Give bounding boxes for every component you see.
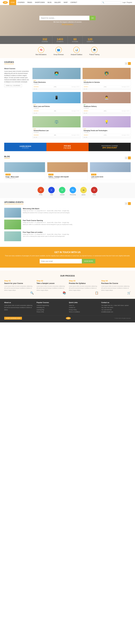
course-meta-healthcare: $20 Healthcare Delivery 6 Lessons	[83, 103, 131, 110]
events-next-button[interactable]: ›	[128, 202, 131, 205]
event-title-1[interactable]: Fast Track Course Opening	[23, 220, 131, 221]
nav-link-pages[interactable]: PAGES	[26, 0, 34, 5]
course-lessons-count: 10 / 30	[34, 88, 37, 90]
step-icon-1: 🔍	[30, 291, 34, 294]
course-bottom-healthcare: ★★★★☆ (201) Average 4.8/5.0	[83, 110, 131, 112]
step-text-4: Lorem ipsum dolor sit amet consectetur a…	[101, 285, 131, 291]
step-title-4: Purchase the Course	[101, 282, 131, 284]
footer-start-button[interactable]: START LEARNING NOW	[4, 317, 22, 320]
about-courses-title: About Courses	[4, 68, 30, 70]
cta-title: GET IN TOUCH WITH US	[4, 251, 131, 254]
footer-quick-link-3[interactable]: Terms & Conditions	[69, 311, 98, 313]
course-bottom-calculus: ★★★★☆ (142) Average 4.5/5.0	[83, 86, 131, 88]
banner-prime-fever[interactable]: PRIME FEVER	[46, 143, 89, 151]
step-num-4: Step 04	[101, 280, 131, 282]
step-title-3: Preview the Syllabus	[69, 282, 98, 284]
event-title-2[interactable]: Free Yoga Class at London	[23, 232, 131, 233]
course-lessons-basic-laws: 10 / 45	[33, 112, 81, 114]
tech-label-ruby: Ruby	[91, 194, 97, 196]
course-title-healthcare[interactable]: Healthcare Delivery	[84, 106, 129, 107]
cta-section: GET IN TOUCH WITH US There are many vari…	[0, 247, 135, 268]
tech-circle-jquery: Js	[80, 187, 87, 193]
hero-view-all-link[interactable]: View All Courses »	[62, 24, 73, 25]
cta-email-input[interactable]	[40, 259, 82, 264]
blog-next-button[interactable]: ›	[128, 156, 131, 159]
tech-label-jquery: jQuery	[80, 194, 87, 196]
nav-links: HOME COURSES PAGES SHORTCODES BLOG GALLE…	[9, 0, 78, 5]
banner-photography[interactable]: PHOTOGRAPHY COURSES 20% DISCOUNT	[89, 143, 131, 151]
footer-quick-link-2[interactable]: Privacy Policy	[69, 309, 98, 311]
course-title-emerging-trends[interactable]: Emerging Trends and Technologies	[84, 130, 129, 131]
tech-icons-list: H HTML C CSS A Android Ps Photoshop Js j…	[4, 187, 131, 196]
nav-search-input[interactable]	[101, 1, 121, 4]
events-section-title: UPCOMING EVENTS	[4, 201, 24, 204]
nav-link-home[interactable]: HOME	[9, 0, 16, 5]
step-text-1: Lorem ipsum dolor sit amet consectetur a…	[4, 285, 34, 291]
events-list: Welcoming 23th Batch Friday Apr 04 2014 …	[4, 208, 131, 241]
course-lessons-business-law: 10 / 45	[33, 136, 81, 138]
course-subtitle-business-law: 4 Lessons	[34, 132, 79, 133]
blog-title-0[interactable]: Image - Minus quad	[6, 176, 44, 178]
nav-link-shop[interactable]: SHOP	[62, 0, 69, 5]
courses-next-button[interactable]: ›	[128, 62, 131, 65]
footer-quick-link-0[interactable]: About Us	[69, 304, 98, 306]
course-title-business-law[interactable]: General Business Law	[34, 130, 79, 131]
footer-col-links: Quick Links About Us Contact Us Privacy …	[69, 302, 98, 313]
tech-circle-android: A	[59, 187, 65, 193]
courses-grid: 👩‍💻 Free Power Electronics 4 Lessons ★★★…	[32, 68, 131, 138]
footer-copyright: © 2014 LMS. All rights reserved.	[115, 318, 131, 319]
course-bottom-power-electronics: ★★★★★ (156) Average 4.8/5.0	[33, 86, 81, 88]
course-title-power-electronics[interactable]: Power Electronics	[34, 82, 79, 83]
course-average-healthcare: Average 4.8/5.0	[122, 110, 129, 112]
nav-link-courses[interactable]: COURSES	[16, 0, 26, 5]
nav-login[interactable]: Login / Register	[122, 2, 132, 3]
event-image-1	[4, 220, 21, 230]
cta-submit-button[interactable]: KNOW MORE	[82, 259, 95, 264]
cta-text: There are many variations of passages of…	[4, 255, 131, 257]
banner-learn-design-sub: w/ Business	[22, 147, 29, 148]
footer-about-title: About us	[4, 302, 34, 303]
courses-prev-button[interactable]: ‹	[125, 62, 127, 65]
course-card-basic-laws: 📱 Free Basic Laws and Policies 3 Lessons…	[32, 92, 81, 114]
banner-learn-design[interactable]: LEARN DESIGN w/ Business	[4, 143, 46, 151]
banner-section: LEARN DESIGN w/ Business PRIME FEVER PHO…	[0, 143, 135, 151]
feature-icon-syllabus: 📊	[73, 47, 80, 53]
course-title-basic-laws[interactable]: Basic Laws and Policies	[34, 106, 79, 107]
feature-training: 💻 Pratical Training	[89, 47, 99, 55]
stat-subjects-label: Subjects	[87, 41, 93, 42]
view-all-courses-button[interactable]: VIEW ALL COURSES	[4, 84, 22, 87]
blog-meta-0: 28 JAN Image - Minus quad a Art ● Blog 2…	[4, 172, 45, 180]
course-image-business-law: ⚖️	[33, 116, 81, 128]
tech-icon-ruby: R Ruby	[91, 187, 97, 196]
course-badge-power-electronics: Free	[34, 80, 79, 81]
footer-course-link-3[interactable]: Picture of life	[37, 311, 66, 313]
hero-search-input[interactable]	[39, 16, 89, 20]
footer-col-contact: Contact us The Digital Town No. 1 West 3…	[101, 302, 131, 313]
courses-header: COURSES ‹ ›	[4, 61, 131, 66]
course-meta-power-electronics: Free Power Electronics 4 Lessons	[33, 79, 81, 86]
nav-link-shortcodes[interactable]: SHORTCODES	[34, 0, 46, 5]
course-rating-healthcare: (201)	[104, 110, 106, 112]
nav-logo[interactable]: LMS	[3, 1, 8, 4]
footer-course-link-1[interactable]: Marketing 101	[37, 306, 66, 309]
nav-link-gallery[interactable]: GALLERY	[53, 0, 62, 5]
nav-link-blog[interactable]: BLOG	[46, 0, 53, 5]
event-item-2: Free Yoga Class at London Friday Apr 04 …	[4, 232, 131, 241]
footer-course-link-0[interactable]: Android Programming	[37, 304, 66, 306]
feature-label-seminars: Group Seminars	[54, 54, 64, 55]
blog-prev-button[interactable]: ‹	[125, 156, 127, 159]
course-title-calculus[interactable]: Introduction to Calculus	[84, 82, 129, 83]
events-prev-button[interactable]: ‹	[125, 202, 127, 205]
step-text-2: Lorem ipsum dolor sit amet consectetur a…	[37, 285, 66, 291]
footer-courses-title: Popular Courses	[37, 302, 66, 303]
hero-search-button[interactable]: GO	[89, 16, 96, 20]
footer-bottom: START LEARNING NOW LMS © 2014 LMS. All r…	[4, 315, 131, 320]
footer-quick-link-1[interactable]: Contact Us	[69, 306, 98, 309]
blog-title-1[interactable]: Gallery - Cumque nihil impedit	[48, 176, 87, 178]
event-content-2: Free Yoga Class at London Friday Apr 04 …	[23, 232, 131, 237]
event-title-0[interactable]: Welcoming 23th Batch	[23, 208, 131, 210]
nav-link-contact[interactable]: CONTACT	[69, 0, 79, 5]
footer-course-link-2[interactable]: Learning Rap	[37, 309, 66, 311]
blog-title-2[interactable]: Latin words lorem	[91, 176, 129, 178]
footer-col-about: About us Lorem ipsum dolor sit amet cons…	[4, 302, 34, 313]
